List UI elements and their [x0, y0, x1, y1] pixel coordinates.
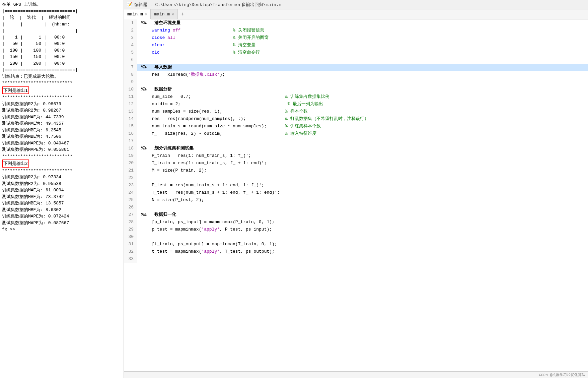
code-line-32: 32 t_test = mapminmax('apply', T_test, p… [124, 248, 588, 255]
tabs-bar: main.m ✕ main.m ✕ + [124, 9, 588, 19]
code-line-31: 31 [t_train, ps_output] = mapminmax(T_tr… [124, 241, 588, 248]
code-line-4: 4 clear % 清空变量 [124, 42, 588, 49]
code-line-29: 29 p_test = mapminmax('apply', P_test, p… [124, 226, 588, 233]
code-editor[interactable]: 1 %% 清空环境变量 2 warning off % 关闭报警信息 3 clo… [124, 19, 588, 371]
code-line-11: 11 num_size = 0.7; % 训练集占数据集比例 [124, 93, 588, 101]
code-line-16: 16 f_ = size(res, 2) - outdim; % 输入特征维度 [124, 130, 588, 137]
code-line-30: 30 [124, 233, 588, 241]
code-line-26: 26 [124, 204, 588, 211]
close-tab-2[interactable]: ✕ [172, 12, 174, 16]
code-line-17: 17 [124, 137, 588, 145]
code-line-8: 8 res = xlsread('数据集.xlsx'); [124, 71, 588, 78]
code-line-2: 2 warning off % 关闭报警信息 [124, 27, 588, 34]
output-label-1-line: 下列是输出1 [2, 86, 122, 94]
tab-main-2[interactable]: main.m ✕ [151, 9, 177, 19]
tab-main-1[interactable]: main.m ✕ [124, 9, 151, 19]
code-line-20: 20 T_train = res(1: num_train_s, f_ + 1:… [124, 160, 588, 167]
close-tab-1[interactable]: ✕ [145, 12, 147, 16]
code-line-9: 9 [124, 78, 588, 86]
code-line-19: 19 P_train = res(1: num_train_s, 1: f_)'… [124, 152, 588, 160]
code-line-24: 24 T_test = res(num_train_s + 1: end, f_… [124, 189, 588, 196]
console-output: 在单 GPU 上训练。 |===========================… [2, 1, 122, 86]
code-line-33: 33 [124, 255, 588, 263]
console-output-3: *************************** 训练集数据的R2为: 0… [2, 168, 122, 233]
code-line-1: 1 %% 清空环境变量 [124, 19, 588, 27]
code-line-18: 18 %% 划分训练集和测试集 [124, 145, 588, 152]
tab-label-1: main.m [127, 12, 143, 17]
status-text: CSDN @机器学习和优化算法 [539, 373, 585, 377]
output-label-2: 下列是输出2 [2, 160, 29, 168]
code-line-6: 6 [124, 56, 588, 64]
output-label-2-line: 下列是输出2 [2, 160, 122, 168]
tab-label-2: main.m [154, 12, 170, 17]
editor-icon: 📝 [127, 2, 132, 7]
title-text: 编辑器 - C:\Users\king\Desktop\Transformer多… [134, 2, 281, 8]
editor-panel: 📝 编辑器 - C:\Users\king\Desktop\Transforme… [124, 0, 588, 378]
code-line-25: 25 N = size(P_test, 2); [124, 196, 588, 204]
console-output-2: *************************** 训练集数据的R2为: 0… [2, 94, 122, 160]
code-line-22: 22 [124, 174, 588, 182]
code-line-28: 28 [p_train, ps_input] = mapminmax(P_tra… [124, 218, 588, 226]
code-line-5: 5 clc % 清空命令行 [124, 49, 588, 56]
code-line-15: 15 num_train_s = round(num_size * num_sa… [124, 123, 588, 130]
code-line-12: 12 outdim = 2; % 最后一列为输出 [124, 101, 588, 108]
tab-add-button[interactable]: + [178, 9, 188, 19]
code-line-14: 14 res = res(randperm(num_samples), :); … [124, 115, 588, 123]
code-line-23: 23 P_test = res(num_train_s + 1: end, 1:… [124, 182, 588, 189]
code-line-10: 10 %% 数据分析 [124, 86, 588, 93]
output-label-1: 下列是输出1 [2, 86, 29, 94]
code-line-3: 3 close all % 关闭开启的图窗 [124, 34, 588, 42]
code-line-27: 27 %% 数据归一化 [124, 211, 588, 218]
console-panel: 在单 GPU 上训练。 |===========================… [0, 0, 124, 378]
code-line-13: 13 num_samples = size(res, 1); % 样本个数 [124, 108, 588, 115]
title-bar: 📝 编辑器 - C:\Users\king\Desktop\Transforme… [124, 0, 588, 9]
code-line-21: 21 M = size(P_train, 2); [124, 167, 588, 174]
code-line-7: 7 %% 导入数据 [124, 64, 588, 71]
status-bar: CSDN @机器学习和优化算法 [124, 371, 588, 378]
